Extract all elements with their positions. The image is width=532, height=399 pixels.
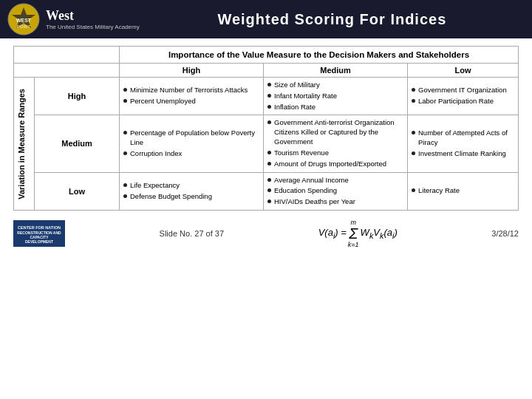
row-label-low: Low [35,172,120,210]
cell-medium-medium: Government Anti-terrorist Organization C… [264,115,408,172]
svg-text:CENTER FOR NATION: CENTER FOR NATION [18,225,61,230]
logo-subtitle: The United States Military Academy [46,24,140,30]
main-content: Importance of the Value Measure to the D… [0,38,532,214]
bullet-icon [412,88,415,92]
svg-text:WEST: WEST [16,18,32,23]
row-label-medium: Medium [35,115,120,172]
date-label: 3/28/12 [491,229,519,238]
bullet-icon [267,120,271,124]
cell-high-high: Minimize Number of Terrorists Attacks Pe… [120,78,264,115]
row-label-high: High [35,78,120,115]
bullet-icon [412,131,415,134]
footer-org-logo: CENTER FOR NATION RECONSTRUCTION AND CAP… [17,222,61,245]
logo-area: WEST POINT West The United States Milita… [7,3,140,35]
bullet-icon [123,194,127,198]
west-point-logo-icon: WEST POINT [7,3,40,35]
col-header-medium: Medium [264,64,408,78]
bullet-icon [267,200,271,203]
cell-low-high: Life Expectancy Defense Budget Spending [120,172,264,210]
col-header-low: Low [408,64,519,78]
bullet-icon [412,99,415,103]
col-header-high: High [120,64,264,78]
bullet-icon [267,178,271,182]
bullet-icon [267,83,271,86]
bullet-icon [123,183,127,187]
cell-medium-low: Number of Attempted Acts of Piracy Inves… [408,115,519,172]
svg-text:DEVELOPMENT: DEVELOPMENT [25,239,53,244]
bullet-icon [267,188,271,192]
formula-wv: WkVk(ai) [361,227,398,240]
bullet-icon [123,131,127,134]
svg-text:POINT: POINT [17,24,31,29]
bullet-icon [267,151,271,154]
cell-high-medium: Size of Military Infant Mortality Rate I… [264,78,408,115]
variation-label: Variation in Measure Ranges [16,86,27,202]
bullet-icon [267,162,271,166]
footer-logos-area: CENTER FOR NATION RECONSTRUCTION AND CAP… [13,220,65,247]
bullet-icon [123,151,127,155]
cell-high-low: Government IT Organization Labor Partici… [408,78,519,115]
footer-logo-icon: CENTER FOR NATION RECONSTRUCTION AND CAP… [13,220,65,247]
page-title: Weighted Scoring For Indices [140,11,525,28]
page-header: WEST POINT West The United States Milita… [0,0,532,38]
bullet-icon [123,88,127,92]
cell-low-medium: Average Annual Income Education Spending… [264,172,408,210]
bullet-icon [123,99,127,103]
logo-title: West [46,8,140,24]
formula-v: V(ai) = [318,227,347,240]
bullet-icon [267,94,271,98]
cell-medium-high: Percentage of Population below Poverty L… [120,115,264,172]
slide-number: Slide No. 27 of 37 [160,229,225,238]
scoring-table: Importance of the Value Measure to the D… [13,46,519,211]
bullet-icon [412,188,415,192]
bullet-icon [267,105,271,109]
formula-display: V(ai) = m Σ k=1 WkVk(ai) [318,219,398,248]
bullet-icon [412,151,415,155]
cell-low-low: Literacy Rate [408,172,519,210]
importance-header: Importance of the Value Measure to the D… [120,47,519,64]
page-footer: CENTER FOR NATION RECONSTRUCTION AND CAP… [0,216,532,251]
sigma-symbol: Σ [349,226,358,241]
sigma-limits: m Σ k=1 [348,219,359,248]
